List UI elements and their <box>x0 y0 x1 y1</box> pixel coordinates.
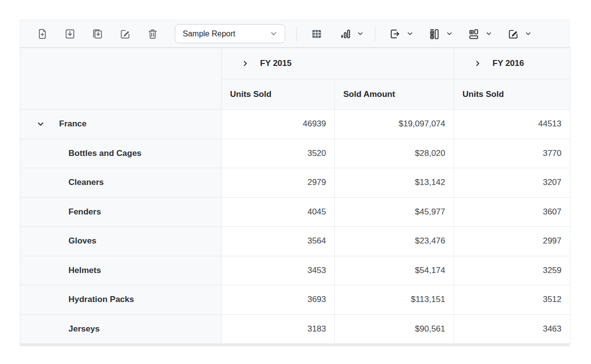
chevron-down-icon <box>270 30 277 37</box>
chevron-down-icon[interactable] <box>486 30 492 37</box>
chevron-down-icon[interactable] <box>446 30 453 37</box>
toolbar-separator <box>296 27 297 41</box>
row-header: Hydration Packs <box>20 285 222 315</box>
value-cell[interactable]: 46939 <box>222 110 335 139</box>
value-cell[interactable]: $19,097,074 <box>335 110 454 139</box>
new-report-button[interactable] <box>34 26 51 42</box>
report-selector[interactable]: Sample Report <box>175 24 285 43</box>
table-row: Helmets3453$54,1743259 <box>20 256 570 285</box>
chart-view-icon <box>339 28 352 40</box>
row-header: Jerseys <box>20 314 222 344</box>
formatting-group <box>505 26 531 42</box>
toolbar-separator <box>375 27 375 41</box>
row-header: Cleaners <box>20 168 222 198</box>
chart-view-button[interactable] <box>337 26 354 42</box>
chevron-down-icon[interactable] <box>525 30 531 37</box>
row-label: Hydration Packs <box>68 295 134 304</box>
table-row: Fenders4045$45,9773607 <box>20 197 570 227</box>
row-label: Helmets <box>68 266 101 275</box>
save-report-icon <box>64 28 76 40</box>
rename-report-button[interactable] <box>117 26 133 42</box>
value-cell[interactable]: $54,174 <box>335 256 454 285</box>
row-label: Fenders <box>68 207 101 217</box>
grand-total-group <box>465 26 492 42</box>
chevron-right-icon[interactable] <box>474 60 481 67</box>
value-cell[interactable]: 3564 <box>222 227 335 256</box>
measure-header-units-sold: Units Sold <box>222 79 335 110</box>
table-row: Gloves3564$23,4762997 <box>20 227 570 256</box>
chevron-right-icon[interactable] <box>242 60 249 67</box>
table-row: Jerseys3183$90,5613463 <box>20 314 570 344</box>
value-cell[interactable]: 3520 <box>222 139 335 168</box>
row-header: Helmets <box>20 256 222 285</box>
formatting-button[interactable] <box>505 26 522 42</box>
widget-bottom-edge <box>20 344 570 346</box>
save-as-report-icon <box>91 28 104 40</box>
value-cell[interactable]: 3693 <box>222 285 335 315</box>
value-cell[interactable]: $45,977 <box>335 197 454 227</box>
table-row: Cleaners2979$13,1423207 <box>20 168 570 198</box>
row-label: France <box>59 119 87 129</box>
table-row: Hydration Packs3693$113,1513512 <box>20 285 570 315</box>
row-label: Cleaners <box>68 178 104 187</box>
value-cell[interactable]: 3259 <box>454 256 570 285</box>
value-cell[interactable]: 3463 <box>454 314 570 344</box>
value-cell[interactable]: 4045 <box>222 197 335 227</box>
sub-total-button[interactable] <box>426 26 443 42</box>
report-selector-value: Sample Report <box>183 30 235 38</box>
row-label: Jerseys <box>68 324 99 334</box>
save-as-report-button[interactable] <box>89 26 106 42</box>
value-cell[interactable]: 2997 <box>454 227 570 256</box>
measure-header-sold-amount: Sold Amount <box>335 79 454 110</box>
value-cell[interactable]: $113,151 <box>335 285 454 315</box>
measure-header-units-sold: Units Sold <box>454 79 570 110</box>
row-header: Fenders <box>20 197 222 227</box>
value-cell[interactable]: 3453 <box>222 256 335 285</box>
chevron-down-icon[interactable] <box>357 30 363 37</box>
value-cell[interactable]: 44513 <box>454 110 570 139</box>
save-report-button[interactable] <box>62 26 78 42</box>
export-group <box>387 26 413 42</box>
pivot-table-widget: Sample Report <box>20 20 570 346</box>
value-cell[interactable]: 2979 <box>222 168 335 198</box>
grand-total-button[interactable] <box>465 26 482 42</box>
row-header[interactable]: France <box>20 110 222 139</box>
row-header: Bottles and Cages <box>20 139 222 168</box>
sub-total-group <box>426 26 453 42</box>
chevron-down-icon <box>37 121 44 128</box>
value-cell[interactable]: 3183 <box>222 314 335 344</box>
new-report-icon <box>36 28 49 40</box>
rename-report-icon <box>119 28 131 40</box>
sub-total-icon <box>428 28 441 40</box>
value-cell[interactable]: 3207 <box>454 168 570 198</box>
row-label: Gloves <box>68 236 97 246</box>
value-cell[interactable]: $28,020 <box>335 139 454 168</box>
pivot-grid: FY 2015 FY 2016 Units Sold Sold Amount U… <box>20 48 570 344</box>
column-group-fy2016[interactable]: FY 2016 <box>454 48 570 79</box>
grid-view-button[interactable] <box>308 26 325 42</box>
column-group-fy2015[interactable]: FY 2015 <box>222 48 454 79</box>
row-collapse-button[interactable] <box>37 121 44 128</box>
value-cell[interactable]: $13,142 <box>335 168 454 198</box>
delete-report-button[interactable] <box>144 26 161 42</box>
column-group-label: FY 2015 <box>260 59 292 68</box>
table-row: Bottles and Cages3520$28,0203770 <box>20 139 570 168</box>
value-cell[interactable]: $23,476 <box>335 227 454 256</box>
value-cell[interactable]: 3607 <box>454 197 570 227</box>
grand-total-icon <box>467 28 480 40</box>
chevron-down-icon[interactable] <box>407 30 413 37</box>
report-actions-group <box>34 26 161 42</box>
value-cell[interactable]: $90,561 <box>335 314 454 344</box>
export-icon <box>389 28 401 40</box>
table-row: France46939$19,097,07444513 <box>20 110 570 139</box>
row-header: Gloves <box>20 227 222 256</box>
delete-report-icon <box>146 28 159 40</box>
export-button[interactable] <box>387 26 403 42</box>
value-cell[interactable]: 3512 <box>454 285 570 315</box>
row-label: Bottles and Cages <box>68 149 141 158</box>
corner-cell <box>20 48 222 110</box>
pivot-toolbar: Sample Report <box>20 20 570 48</box>
column-group-label: FY 2016 <box>492 59 524 68</box>
value-cell[interactable]: 3770 <box>454 139 570 168</box>
chart-view-group <box>337 26 363 42</box>
